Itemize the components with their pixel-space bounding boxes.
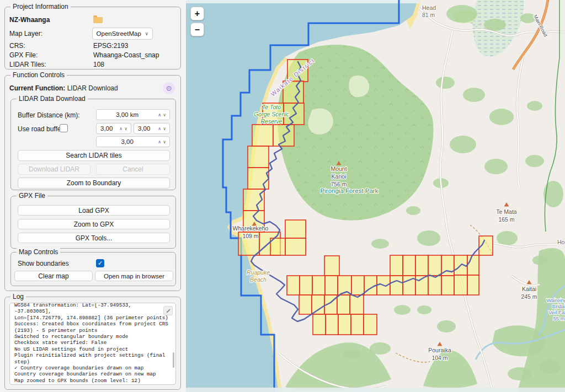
lidar-tile: [252, 125, 273, 146]
spinner-down-icon[interactable]: ∨: [124, 126, 129, 131]
lidar-tile: [285, 238, 306, 255]
project-info-group: Project Information NZ-Whaanga Map Layer…: [4, 7, 181, 69]
buffer-distance-value: 3,00 km: [97, 111, 158, 118]
lidar-tile: [350, 295, 364, 314]
lidar-tile: [299, 295, 312, 314]
spinner-up-icon[interactable]: ∧: [158, 126, 163, 131]
log-title: Log: [10, 293, 26, 300]
lidar-tile: [390, 276, 403, 295]
gpx-file-title: GPX File: [17, 192, 47, 200]
map-container: + − Waikato DistrictTe TotoGorge ScenicR…: [186, 0, 565, 392]
map-zoom-controls: + −: [190, 7, 204, 39]
check-icon: ✓: [98, 260, 103, 266]
lidar-tile: [467, 255, 479, 275]
gpx-file-label: GPX File:: [9, 51, 38, 60]
lidar-tile: [351, 276, 364, 295]
lidar-tile: [248, 146, 269, 168]
chevron-down-icon: ∨: [145, 31, 152, 36]
current-function-label: Current Function:: [9, 84, 65, 92]
show-boundaries-checkbox[interactable]: ✓: [96, 259, 104, 267]
lidar-tile: [312, 276, 325, 295]
lidar-download-group: LIDAR Data Download Buffer Distance (km)…: [10, 99, 176, 190]
clear-map-button[interactable]: Clear map: [14, 271, 93, 281]
map-layer-select[interactable]: OpenStreetMap ∨: [92, 28, 153, 40]
lidar-tile: [364, 314, 377, 335]
download-lidar-button[interactable]: Download LIDAR: [18, 164, 90, 175]
gpx-tools-button[interactable]: GPX Tools...: [18, 233, 170, 243]
map-canvas[interactable]: Waikato DistrictTe TotoGorge ScenicReser…: [186, 0, 565, 392]
road-buffer-y-value: 3,00: [134, 125, 158, 132]
road-buffer-x-spinner[interactable]: 3,00 ∧∨: [96, 123, 131, 134]
lidar-tile: [428, 276, 441, 295]
zoom-out-button[interactable]: −: [190, 23, 204, 36]
map-layer-value: OpenStreetMap: [93, 30, 145, 37]
search-lidar-tiles-button[interactable]: Search LIDAR tiles: [18, 150, 170, 161]
log-output[interactable]: WGS84 transformation: Lat=[-37.949533, -…: [9, 303, 176, 385]
spinner-down-icon[interactable]: ∨: [163, 139, 168, 144]
spinner-up-icon[interactable]: ∧: [158, 112, 163, 117]
resize-grip-icon: [166, 309, 170, 313]
log-text: WGS84 transformation: Lat=[-37.949533, -…: [14, 303, 171, 385]
folder-icon[interactable]: [93, 17, 103, 23]
lidar-tile: [415, 255, 428, 276]
svg-text:Head81 m: Head81 m: [422, 4, 436, 18]
open-map-browser-button[interactable]: Open map in browser: [95, 271, 173, 281]
function-controls-title: Function Controls: [10, 71, 67, 79]
lidar-tile: [337, 295, 350, 314]
zoom-to-gpx-button[interactable]: Zoom to GPX: [18, 219, 170, 229]
map-label-head: Head81 m: [422, 4, 436, 18]
svg-text:MountKarioi756 m: MountKarioi756 m: [331, 165, 347, 187]
map-controls-group: Map Controls Show boundaries ✓ Clear map…: [10, 252, 176, 286]
lidar-tile: [270, 238, 285, 255]
lidar-tile: [390, 255, 403, 276]
lidar-tile: [467, 275, 479, 295]
road-buffer-checkbox[interactable]: [60, 124, 68, 132]
svg-text:Pirongia Forest Park: Pirongia Forest Park: [321, 187, 379, 194]
gear-icon: ⚙: [166, 84, 172, 93]
map-label-houchen: Houch: [557, 239, 565, 245]
spinner-down-icon[interactable]: ∨: [163, 126, 168, 131]
svg-text:Houch: Houch: [557, 239, 565, 245]
show-boundaries-label: Show boundaries: [18, 260, 69, 268]
spinner-up-icon[interactable]: ∧: [119, 126, 124, 131]
lidar-tile: [300, 276, 312, 295]
lidar-tile: [441, 276, 454, 295]
lidar-tile: [285, 220, 306, 238]
lidar-tile: [454, 275, 467, 295]
lidar-tiles-label: LIDAR Tiles:: [9, 61, 46, 69]
buffer-distance-spinner[interactable]: 3,00 km ∧∨: [96, 109, 170, 120]
cancel-button[interactable]: Cancel: [96, 164, 170, 175]
map-label-ruapuke-beach: RuapukeBeach: [247, 269, 270, 283]
zoom-in-button[interactable]: +: [190, 7, 204, 20]
lidar-tile: [403, 255, 415, 276]
lidar-tile: [338, 314, 351, 335]
lidar-tile: [351, 314, 364, 335]
buffer-extra-spinner[interactable]: 3,00 ∧∨: [96, 136, 170, 147]
lidar-tile: [313, 314, 326, 335]
lidar-tile: [325, 276, 338, 295]
settings-button[interactable]: ⚙: [163, 82, 175, 94]
lidar-tile: [428, 255, 441, 276]
lidar-tile: [312, 295, 324, 314]
log-scrollbar[interactable]: [173, 352, 174, 368]
log-group: Log WGS84 transformation: Lat=[-37.94953…: [4, 297, 181, 390]
lidar-tile: [326, 314, 338, 335]
road-buffer-label: Use road buffer: [18, 125, 63, 133]
buffer-extra-value: 3,00: [97, 138, 158, 145]
load-gpx-button[interactable]: Load GPX: [18, 205, 170, 216]
map-layer-label: Map Layer:: [9, 30, 42, 38]
spinner-up-icon[interactable]: ∧: [158, 139, 163, 144]
log-resize-button[interactable]: [163, 306, 173, 315]
project-name: NZ-Whaanga: [9, 16, 50, 24]
buffer-distance-label: Buffer Distance (km):: [18, 111, 79, 120]
function-controls-group: Function Controls Current Function: LIDA…: [4, 75, 181, 291]
road-buffer-x-value: 3,00: [97, 125, 119, 132]
svg-text:RuapukeBeach: RuapukeBeach: [247, 269, 270, 283]
zoom-to-boundary-button[interactable]: Zoom to Boundary: [18, 178, 170, 189]
spinner-down-icon[interactable]: ∨: [163, 112, 168, 117]
gpx-file-value: Whaanga-Coast_snap: [93, 51, 159, 60]
road-buffer-y-spinner[interactable]: 3,00 ∧∨: [134, 123, 170, 134]
crs-value: EPSG:2193: [93, 42, 128, 50]
lidar-download-title: LIDAR Data Download: [17, 95, 88, 103]
lidar-tile: [248, 168, 269, 189]
